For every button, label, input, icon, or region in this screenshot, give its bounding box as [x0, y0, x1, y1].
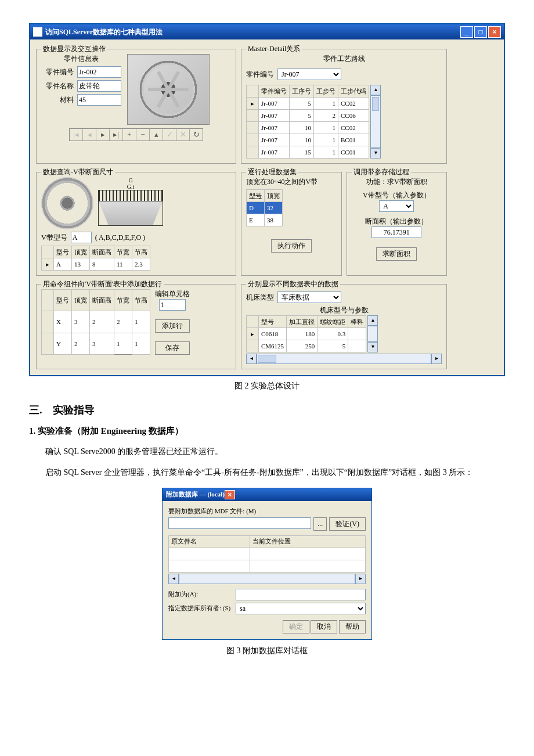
label-vbelt: V带型号 — [41, 233, 67, 243]
table-row: D32 — [247, 202, 283, 214]
table-row: Jr-007101BC01 — [247, 134, 369, 146]
scroll-left-icon[interactable]: ◂ — [168, 574, 179, 584]
input-vbelt[interactable] — [71, 232, 92, 243]
scrollbar-thumb[interactable] — [372, 97, 379, 111]
window-title: 访问SQLServer数据库的七种典型用法 — [45, 27, 163, 37]
group-data-display: 数据显示及交互操作 零件信息表 零件编号 零件名称 材料 |◂ ◂ ▸ ▸| +… — [36, 49, 236, 164]
legend: 调用带参存储过程 — [352, 167, 411, 177]
subheader: 零件工艺路线 — [246, 54, 442, 64]
scroll-up-icon[interactable]: ▴ — [370, 85, 381, 95]
table-row: Jr-007101CC02 — [247, 122, 369, 134]
input-part-name[interactable] — [77, 80, 121, 92]
title-bar[interactable]: 访问SQLServer数据库的七种典型用法 _ □ × — [30, 24, 504, 39]
nav-refresh-icon[interactable]: ↻ — [190, 129, 203, 141]
table-row: Jr-007151CC01 — [247, 146, 369, 159]
minimize-button[interactable]: _ — [460, 26, 473, 38]
sp-sub: 功能：求V带断面积 — [352, 177, 442, 187]
select-vbelt[interactable]: A — [379, 200, 414, 212]
nav-next-icon[interactable]: ▸ — [96, 129, 110, 141]
add-grid[interactable]: 型号顶宽断面高节宽节高 X3221 Y2311 — [41, 289, 150, 355]
browse-button[interactable]: ... — [313, 517, 327, 531]
calc-button[interactable]: 求断面积 — [376, 247, 417, 261]
table-row: Jr-00752CC06 — [247, 110, 369, 122]
figure2-caption: 图 2 实验总体设计 — [29, 381, 505, 391]
subheader: 零件信息表 — [41, 54, 121, 64]
verify-button[interactable]: 验证(V) — [329, 517, 366, 531]
hint: ( A,B,C,D,E,F,O ) — [95, 233, 145, 242]
select-machine-type[interactable]: 车床数据 — [277, 291, 341, 303]
legend: 逐行处理数据集 — [246, 167, 298, 177]
heading-prepare: 1. 实验准备（附加 Engineering 数据库） — [29, 426, 505, 437]
help-button[interactable]: 帮助 — [339, 620, 366, 633]
hscrollbar-thumb[interactable] — [258, 355, 276, 363]
nav-delete-icon[interactable]: − — [136, 129, 150, 141]
legend: 数据显示及交互操作 — [41, 44, 107, 54]
hscrollbar-track[interactable] — [179, 574, 355, 584]
nav-insert-icon[interactable]: + — [123, 129, 136, 141]
scrollbar-track[interactable] — [367, 326, 378, 342]
label-edit-cell: 编辑单元格 — [155, 289, 190, 299]
nav-cancel-icon[interactable]: ✕ — [176, 129, 190, 141]
scroll-right-icon[interactable]: ▸ — [431, 354, 442, 364]
input-material[interactable] — [77, 94, 121, 106]
input-edit-cell[interactable] — [159, 299, 186, 311]
ok-button[interactable]: 确定 — [283, 620, 309, 633]
input-attach-as[interactable] — [236, 589, 366, 600]
group-rowprocess: 逐行处理数据集 顶宽在30~40之间的V带 型号顶宽 D32 E38 执行动作 — [241, 172, 342, 276]
legend: 用命令组件向'V带断面'表中添加数据行 — [41, 279, 164, 289]
addrow-button[interactable]: 添加行 — [155, 319, 190, 333]
query-grid[interactable]: 型号顶宽断面高节宽节高 ▸A138112.3 — [41, 246, 150, 271]
save-button[interactable]: 保存 — [155, 341, 190, 355]
group-addrow: 用命令组件向'V带断面'表中添加数据行 型号顶宽断面高节宽节高 X3221 Y2… — [36, 284, 236, 369]
scroll-down-icon[interactable]: ▾ — [370, 148, 381, 159]
nav-edit-icon[interactable]: ▴ — [150, 129, 163, 141]
scroll-left-icon[interactable]: ◂ — [246, 354, 257, 364]
attach-db-dialog: 附加数据库 — (local) × 要附加数据库的 MDF 文件: (M) ..… — [162, 488, 372, 640]
cancel-button[interactable]: 取消 — [311, 620, 337, 633]
table-row: E38 — [247, 214, 283, 226]
machine-grid[interactable]: 型号加工直径螺纹螺距棒料 ▸C06181800.3 CM61252505 — [246, 315, 366, 352]
main-window: 访问SQLServer数据库的七种典型用法 _ □ × 数据显示及交互操作 零件… — [29, 23, 505, 376]
subheader: 顶宽在30~40之间的V带 — [246, 177, 337, 187]
subheader: 机床型号与参数 — [246, 305, 442, 315]
select-owner[interactable]: sa — [236, 603, 366, 614]
scrollbar-track[interactable] — [370, 95, 381, 148]
table-row: CM61252505 — [247, 340, 366, 352]
nav-first-icon[interactable]: |◂ — [70, 129, 83, 141]
input-part-no[interactable] — [77, 66, 121, 78]
label-machine-type: 机床类型 — [246, 293, 274, 303]
group-master-detail: Master-Detail关系 零件工艺路线 零件编号 Jr-007 零件编号工… — [241, 49, 447, 164]
scroll-right-icon[interactable]: ▸ — [355, 574, 366, 584]
dialog-title-bar[interactable]: 附加数据库 — (local) × — [163, 488, 371, 501]
paragraph: 确认 SQL Serve2000 的服务管理器已经正常运行。 — [29, 445, 505, 458]
nav-prev-icon[interactable]: ◂ — [83, 129, 96, 141]
group-storedproc: 调用带参存储过程 功能：求V带断面积 V带型号（输入参数） A 断面积（输出参数… — [347, 172, 448, 276]
maximize-button[interactable]: □ — [474, 26, 487, 38]
table-row: ▸C06181800.3 — [247, 328, 366, 340]
table-row: Y2311 — [42, 333, 150, 354]
legend: 数据查询-V带断面尺寸 — [41, 167, 115, 177]
dialog-title: 附加数据库 — (local) — [166, 490, 225, 499]
scroll-down-icon[interactable]: ▾ — [367, 342, 378, 352]
label-part-name: 零件名称 — [41, 81, 74, 91]
input-mdf-path[interactable] — [168, 517, 311, 529]
output-area — [371, 226, 421, 238]
figure3-caption: 图 3 附加数据库对话框 — [29, 646, 505, 656]
hscrollbar-track[interactable] — [257, 354, 431, 364]
detail-grid[interactable]: 零件编号工序号工步号工步代码 ▸Jr-00751CC02 Jr-00752CC0… — [246, 85, 369, 159]
close-button[interactable]: × — [225, 490, 235, 499]
rowproc-grid[interactable]: 型号顶宽 D32 E38 — [246, 189, 283, 226]
label-output-param: 断面积（输出参数） — [352, 217, 442, 226]
select-part-no[interactable]: Jr-007 — [277, 69, 341, 80]
label-material: 材料 — [41, 95, 74, 105]
nav-last-icon[interactable]: ▸| — [110, 129, 123, 141]
file-grid[interactable]: 原文件名当前文件位置 — [168, 535, 366, 573]
section-image: GG.t — [41, 177, 169, 229]
nav-post-icon[interactable]: ✓ — [163, 129, 176, 141]
exec-button[interactable]: 执行动作 — [271, 239, 312, 253]
db-navigator[interactable]: |◂ ◂ ▸ ▸| + − ▴ ✓ ✕ ↻ — [69, 128, 203, 141]
scroll-up-icon[interactable]: ▴ — [367, 315, 378, 326]
app-icon — [33, 27, 42, 37]
table-row: X3221 — [42, 311, 150, 333]
close-button[interactable]: × — [488, 26, 501, 38]
